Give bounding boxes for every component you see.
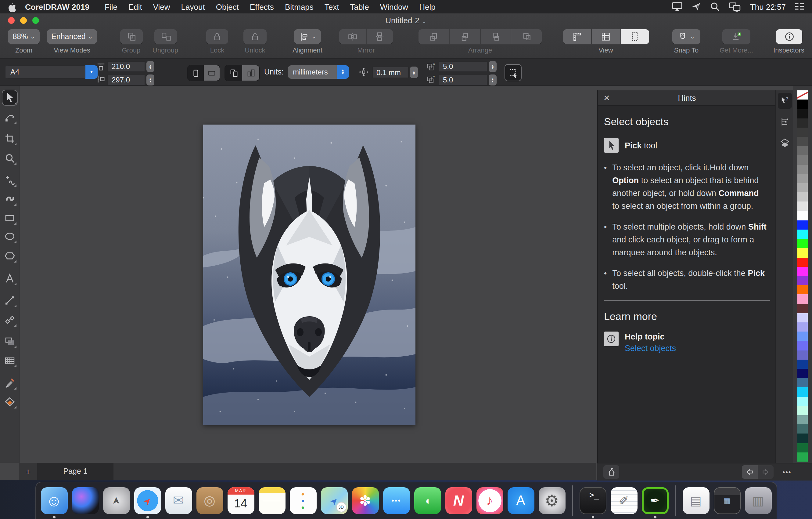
palette-swatch-fb6b04[interactable] xyxy=(798,285,808,294)
palette-swatch-0a0b62[interactable] xyxy=(798,369,808,378)
duplicate-x-stepper[interactable]: ▲▼ xyxy=(489,61,497,72)
palette-swatch-3e6969[interactable] xyxy=(798,425,808,434)
palette-swatch-0d3a96[interactable] xyxy=(798,360,808,369)
view-grid-button[interactable] xyxy=(592,29,621,44)
palette-swatch-8f35d4[interactable] xyxy=(798,276,808,285)
menu-item-bitmaps[interactable]: Bitmaps xyxy=(280,2,319,11)
toolbox-transparency-tool[interactable] xyxy=(2,353,17,367)
dock-icon-photos[interactable]: ✽ xyxy=(352,487,379,514)
dock-icon-siri[interactable] xyxy=(72,487,98,514)
menu-item-layout[interactable]: Layout xyxy=(176,2,210,11)
menu-app-name[interactable]: CorelDRAW 2019 xyxy=(25,2,89,11)
units-dropdown[interactable]: millimeters ▲▼ xyxy=(288,65,349,79)
hints-tab[interactable]: ? xyxy=(778,93,792,109)
palette-swatch-000000[interactable] xyxy=(798,100,808,109)
dock-icon-textedit[interactable]: ✐ xyxy=(610,487,637,514)
toolbox-connector-tool[interactable] xyxy=(2,312,17,327)
toolbox-zoom-tool[interactable] xyxy=(2,151,17,165)
dock-icon-screenshot[interactable]: ▦ xyxy=(714,487,740,514)
palette-swatch-9c9c9c[interactable] xyxy=(798,174,808,183)
get-more-button[interactable] xyxy=(722,29,750,44)
zoom-level-dropdown[interactable]: 88%⌄ xyxy=(8,29,40,44)
palette-swatch-ffffff[interactable] xyxy=(798,211,808,220)
palette-swatch-21fd13[interactable] xyxy=(798,239,808,248)
arrange-to-front-button[interactable] xyxy=(418,29,450,44)
palette-swatch-fd2bfb[interactable] xyxy=(798,267,808,276)
toolbox-eyedropper-tool[interactable] xyxy=(2,376,17,390)
palette-swatch-6c97f9[interactable] xyxy=(798,332,808,341)
toolbox-freehand-tool[interactable] xyxy=(2,173,17,187)
palette-swatch-c7c7c7[interactable] xyxy=(798,192,808,201)
palette-swatch-146c36[interactable] xyxy=(798,443,808,452)
drawing-canvas[interactable] xyxy=(19,85,596,463)
document-title[interactable]: Untitled-2 ⌄ xyxy=(0,16,812,25)
portrait-button[interactable] xyxy=(188,65,204,81)
nudge-distance-field[interactable]: 0.1 mm xyxy=(372,66,409,78)
screen-pointer-icon[interactable] xyxy=(692,2,702,11)
dock-icon-maps[interactable]: ➤3D xyxy=(321,487,347,514)
toolbox-pick-tool[interactable] xyxy=(2,90,17,105)
toolbox-rectangle-tool[interactable] xyxy=(2,211,17,225)
page-width-field[interactable]: 210.0 xyxy=(107,61,145,72)
palette-swatch-aeaeae[interactable] xyxy=(798,183,808,192)
palette-swatch-a0fdfd[interactable] xyxy=(798,397,808,406)
display-mirroring-icon[interactable] xyxy=(729,2,742,11)
airplay-display-icon[interactable] xyxy=(672,2,683,11)
palette-swatch-7ca6a1[interactable] xyxy=(798,415,808,425)
layers-tab[interactable] xyxy=(778,134,792,150)
dock-icon-contacts[interactable]: ◎ xyxy=(196,487,223,514)
all-pages-button[interactable] xyxy=(242,65,259,81)
dock-icon-facetime[interactable]: ◖ xyxy=(414,487,441,514)
palette-swatch-d0cffc[interactable] xyxy=(798,313,808,322)
dock-icon-coreldraw[interactable]: ✒ xyxy=(641,487,668,514)
arrange-forward-button[interactable] xyxy=(450,29,481,44)
unlock-button[interactable] xyxy=(243,29,267,44)
palette-swatch-24aa4d[interactable] xyxy=(798,453,808,462)
palette-swatch-6e6ef4[interactable] xyxy=(798,341,808,350)
menu-item-effects[interactable]: Effects xyxy=(244,2,280,11)
document-page[interactable] xyxy=(203,125,415,425)
dock-icon-news[interactable]: N xyxy=(445,487,472,514)
menu-item-text[interactable]: Text xyxy=(319,2,345,11)
palette-swatch-6a6a6a[interactable] xyxy=(798,146,808,155)
dock-icon-calendar[interactable]: MAR14 xyxy=(227,487,254,514)
dock-icon-diskimage[interactable]: ▤ xyxy=(683,487,709,514)
dock-icon-mail[interactable]: ✉ xyxy=(165,487,192,514)
toolbox-drop-shadow-tool[interactable] xyxy=(2,334,17,349)
palette-swatch-c3fde7[interactable] xyxy=(798,406,808,415)
forward-button[interactable] xyxy=(758,465,774,479)
treat-as-filled-button[interactable] xyxy=(504,64,522,81)
alignment-button[interactable]: ⌄ xyxy=(294,29,321,44)
palette-swatch-4a4a4a[interactable] xyxy=(798,137,808,146)
palette-swatch-131313[interactable] xyxy=(798,109,808,118)
dock-icon-itunes[interactable]: ♪ xyxy=(476,487,503,514)
apple-menu[interactable] xyxy=(7,2,17,12)
view-rulers-button[interactable] xyxy=(563,29,592,44)
mirror-horizontal-button[interactable] xyxy=(339,29,366,44)
view-modes-dropdown[interactable]: Enhanced⌄ xyxy=(47,29,97,44)
palette-swatch-6868c9[interactable] xyxy=(798,350,808,359)
palette-swatch-8b8b8b[interactable] xyxy=(798,165,808,174)
menu-clock[interactable]: Thu 22:57 xyxy=(750,2,786,11)
spotlight-search-icon[interactable] xyxy=(710,2,720,11)
palette-swatch-e2e2e2[interactable] xyxy=(798,202,808,211)
dock-icon-reminders[interactable]: ●●● xyxy=(289,487,316,514)
arrange-backward-button[interactable] xyxy=(481,29,512,44)
landscape-button[interactable] xyxy=(204,65,220,81)
page-height-field[interactable]: 297.0 xyxy=(107,75,145,85)
palette-swatch-fb1c0e[interactable] xyxy=(798,257,808,267)
arrange-to-back-button[interactable] xyxy=(512,29,542,44)
dock-icon-finder[interactable]: ☺ xyxy=(40,487,67,514)
dock-icon-terminal[interactable]: >_ xyxy=(579,487,606,514)
menu-item-table[interactable]: Table xyxy=(345,2,375,11)
menu-item-file[interactable]: File xyxy=(99,2,123,11)
object-properties-tab[interactable] xyxy=(778,114,792,130)
dock-icon-sysprefs[interactable]: ⚙ xyxy=(539,487,565,514)
current-page-button[interactable] xyxy=(225,65,242,81)
toolbox-text-tool[interactable] xyxy=(2,271,17,286)
dock-icon-launchpad[interactable]: ➤ xyxy=(103,487,129,514)
dock-icon-appstore[interactable]: A xyxy=(507,487,534,514)
snap-to-dropdown[interactable]: ⌄ xyxy=(672,29,700,44)
palette-swatch-0f3434[interactable] xyxy=(798,434,808,443)
back-button[interactable] xyxy=(742,465,758,479)
